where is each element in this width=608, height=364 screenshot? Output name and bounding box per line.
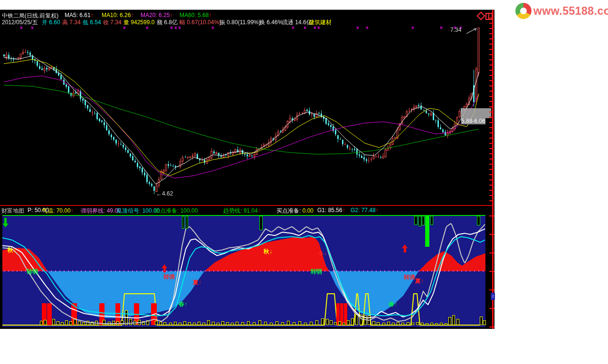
x-signal-icon: × xyxy=(123,26,126,30)
up-arrow-icon: ↑ xyxy=(71,207,74,214)
indicator-header-row: 财富地图P: 50.00气温: 70.00↑强弱界线: 49.00见顶信号: 1… xyxy=(0,207,492,214)
indicator-item-3: 强弱界线: 49.00 xyxy=(81,207,121,215)
season-label-10: 春↑ xyxy=(389,301,397,307)
info-item-10: 流通 14.6亿 xyxy=(282,19,312,27)
x-signal-icon: × xyxy=(440,26,443,30)
title-item-3: MA20: 6.25↑ xyxy=(141,12,172,19)
indicator-item-0: 财富地图 xyxy=(1,207,24,215)
indicator-item-2: 气温: 70.00↑ xyxy=(42,207,74,215)
x-signal-icon: × xyxy=(146,26,149,30)
info-item-8: 振 0.80(11.99%) xyxy=(219,19,261,27)
x-signal-icon: × xyxy=(211,26,214,30)
up-arrow-icon: ↑ xyxy=(342,207,345,214)
x-signal-icon: × xyxy=(356,26,359,30)
chart-window: 中铁二局(日线.前复权)MA5: 6.61↑MA10: 6.26↑MA20: 6… xyxy=(0,9,494,329)
info-item-1: 开 6.60 xyxy=(42,19,60,27)
season-label-3: 夏↑ xyxy=(193,280,201,285)
season-label-1: 转弱 xyxy=(27,269,38,274)
x-signal-icon: × xyxy=(366,26,369,30)
price-annotation-2: 5.88-6.06 xyxy=(461,118,485,124)
up-arrow-icon: ↑ xyxy=(91,12,94,19)
season-label-2: 转强 xyxy=(163,274,175,280)
x-signal-icon: × xyxy=(317,26,320,30)
indicator-item-7: 买点准备: 0.00 xyxy=(276,207,314,215)
up-arrow-icon: ↑ xyxy=(209,12,211,19)
indicator-item-5: 出点准备: 100.00 xyxy=(154,207,198,215)
season-label-0: 秋↓ xyxy=(8,247,16,253)
season-label-8: 转强 xyxy=(404,274,415,280)
info-item-2: 高 7.34 xyxy=(62,19,81,27)
up-arrow-icon: ↑ xyxy=(131,12,133,19)
x-signal-icon: × xyxy=(174,26,177,30)
title-item-1: MA5: 6.61↑ xyxy=(65,12,94,19)
x-signal-icon: × xyxy=(170,26,173,30)
swirl-logo-icon xyxy=(515,3,532,19)
site-logo[interactable]: www.55188.com xyxy=(515,2,608,20)
indicator-item-8: G1: 85.56↑ xyxy=(317,207,345,214)
x-signal-icon: × xyxy=(31,26,34,30)
up-arrow-icon: ↑ xyxy=(170,12,172,19)
season-label-6: 冬↓ xyxy=(318,251,327,256)
site-url: www.55188.com xyxy=(533,5,608,18)
title-item-2: MA10: 6.26↑ xyxy=(102,12,133,19)
up-arrow-icon: ↑ xyxy=(258,207,261,214)
price-annotation-0: 7.34 xyxy=(450,27,461,33)
split-panes-icon[interactable] xyxy=(485,13,493,20)
title-item-4: MA60: 5.68↑ xyxy=(180,12,211,19)
season-label-9: 夏↑ xyxy=(415,278,424,284)
info-item-3: 低 6.54 xyxy=(83,19,101,27)
x-signal-icon: × xyxy=(178,26,181,30)
x-signal-icon: × xyxy=(314,26,316,30)
info-item-9: 换 6.46% xyxy=(259,19,283,27)
x-signal-icon: × xyxy=(20,26,23,30)
indicator-item-6: 趋势线: 91.04↑ xyxy=(223,207,261,215)
info-item-5: 量 942599.0 xyxy=(124,19,154,27)
indicator-item-9: G2: 77.48↑ xyxy=(351,207,379,214)
pane-divider xyxy=(488,14,489,19)
season-label-4: 春↑ xyxy=(179,301,187,307)
info-item-4: 收 7.34 xyxy=(103,19,122,27)
title-row: 中铁二局(日线.前复权)MA5: 6.61↑MA10: 6.26↑MA20: 6… xyxy=(0,12,492,19)
x-signal-icon: × xyxy=(292,26,294,30)
indicator-item-4: 见顶信号: 100.00 xyxy=(116,207,160,215)
quote-info-row: 2012/05/25/五开 6.60高 7.34低 6.54收 7.34量 94… xyxy=(0,19,492,25)
price-annotation-1: ←4.62 xyxy=(156,191,173,197)
info-item-11: 建筑建材 xyxy=(309,19,332,27)
x-signal-icon: × xyxy=(411,26,414,30)
season-label-5: 秋↓ xyxy=(264,249,272,254)
info-item-7: 幅 0.67(10.04%) xyxy=(180,19,221,27)
up-arrow-icon: ↑ xyxy=(376,207,379,214)
season-label-7: 转弱 xyxy=(311,269,322,274)
x-signal-icon: × xyxy=(304,26,306,30)
splitter-handle[interactable]: 2 xyxy=(491,293,495,300)
